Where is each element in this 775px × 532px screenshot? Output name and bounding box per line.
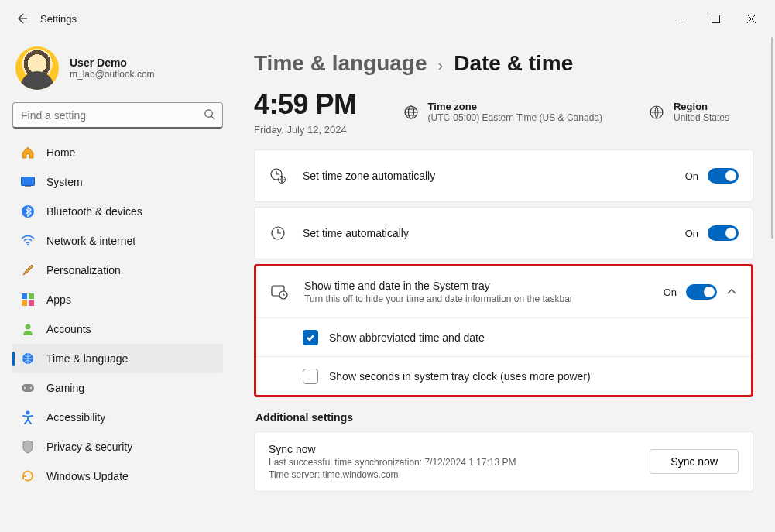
timezone-value: (UTC-05:00) Eastern Time (US & Canada): [428, 112, 602, 123]
close-button[interactable]: [733, 6, 769, 31]
sidebar-item-update[interactable]: Windows Update: [12, 462, 223, 491]
search-icon: [204, 108, 215, 122]
sidebar-item-accessibility[interactable]: Accessibility: [12, 403, 223, 432]
sidebar-item-bluetooth[interactable]: Bluetooth & devices: [12, 197, 223, 226]
user-email: m_lab@outlook.com: [70, 69, 155, 80]
maximize-icon: [712, 15, 720, 23]
sidebar-item-label: Accounts: [46, 323, 91, 335]
chevron-right-icon: ›: [438, 57, 444, 74]
user-profile[interactable]: User Demo m_lab@outlook.com: [12, 43, 223, 102]
check-icon: [306, 333, 315, 342]
gamepad-icon: [20, 380, 36, 396]
sidebar-item-label: Gaming: [46, 382, 84, 394]
minimize-icon: [676, 15, 684, 23]
avatar: [15, 46, 59, 90]
sidebar-item-home[interactable]: Home: [12, 138, 223, 167]
svg-point-14: [24, 387, 26, 389]
sidebar-item-personalization[interactable]: Personalization: [12, 256, 223, 285]
chevron-up-icon[interactable]: [726, 287, 737, 297]
sidebar-item-label: Accessibility: [46, 411, 105, 424]
option-label: Show abbreviated time and date: [329, 331, 485, 344]
sync-server: Time server: time.windows.com: [269, 469, 516, 480]
taskbar-clock-icon: [270, 284, 289, 300]
highlighted-section: Show time and date in the System tray Tu…: [254, 264, 753, 397]
sidebar-item-gaming[interactable]: Gaming: [12, 373, 223, 403]
sidebar-item-network[interactable]: Network & internet: [12, 226, 223, 256]
option-label: Show seconds in system tray clock (uses …: [329, 370, 591, 383]
sidebar-item-time[interactable]: Time & language: [12, 344, 223, 373]
toggle-state: On: [664, 287, 677, 298]
minimize-button[interactable]: [662, 6, 698, 31]
breadcrumb: Time & language › Date & time: [254, 51, 753, 76]
timezone-label: Time zone: [428, 101, 602, 112]
setting-row-sync: Sync now Last successful time synchroniz…: [255, 432, 753, 491]
globe-icon: [403, 105, 419, 120]
sidebar-item-label: Bluetooth & devices: [46, 205, 142, 218]
sidebar-item-label: Personalization: [46, 264, 121, 276]
arrow-left-icon: [15, 12, 28, 25]
maximize-button[interactable]: [698, 6, 733, 31]
setting-row-auto-time[interactable]: Set time automatically On: [255, 208, 753, 259]
section-heading: Additional settings: [255, 411, 753, 424]
sync-last: Last successful time synchronization: 7/…: [269, 457, 516, 468]
setting-label: Set time automatically: [303, 227, 409, 239]
svg-point-15: [30, 387, 32, 389]
checkbox-abbreviated[interactable]: [303, 330, 318, 345]
system-icon: [20, 174, 36, 190]
toggle-state: On: [685, 228, 698, 239]
option-seconds[interactable]: Show seconds in system tray clock (uses …: [256, 356, 751, 395]
breadcrumb-parent[interactable]: Time & language: [254, 51, 427, 76]
window-title: Settings: [40, 13, 77, 25]
sidebar-item-label: Time & language: [46, 352, 128, 365]
bluetooth-icon: [20, 204, 36, 219]
page-title: Date & time: [454, 51, 573, 76]
search-input[interactable]: [12, 102, 223, 129]
toggle-state: On: [685, 170, 698, 182]
toggle-auto-timezone[interactable]: [708, 168, 739, 184]
sync-now-button[interactable]: Sync now: [650, 449, 739, 474]
sidebar-item-label: Privacy & security: [46, 441, 132, 453]
back-button[interactable]: [6, 3, 37, 34]
setting-row-auto-timezone[interactable]: Set time zone automatically On: [255, 150, 753, 201]
user-name: User Demo: [70, 57, 155, 69]
sidebar-item-privacy[interactable]: Privacy & security: [12, 432, 223, 462]
close-icon: [747, 15, 756, 23]
person-icon: [20, 321, 36, 337]
clock-icon: [269, 225, 287, 241]
option-abbreviated[interactable]: Show abbreviated time and date: [256, 317, 751, 356]
svg-rect-3: [25, 186, 31, 187]
svg-rect-9: [29, 300, 34, 306]
setting-label: Set time zone automatically: [303, 170, 435, 182]
clock-globe-icon: [269, 167, 287, 184]
sidebar-item-label: Apps: [46, 293, 71, 306]
svg-rect-0: [712, 15, 719, 22]
globe-clock-icon: [20, 351, 36, 366]
wifi-icon: [20, 233, 36, 249]
svg-point-1: [205, 110, 212, 117]
toggle-auto-time[interactable]: [708, 225, 739, 241]
sidebar-item-apps[interactable]: Apps: [12, 285, 223, 314]
svg-rect-6: [22, 293, 27, 299]
home-icon: [20, 145, 36, 160]
checkbox-seconds[interactable]: [303, 369, 318, 384]
svg-rect-7: [29, 293, 34, 299]
region-label: Region: [674, 101, 729, 112]
setting-row-systray[interactable]: Show time and date in the System tray Tu…: [256, 266, 751, 317]
accessibility-icon: [20, 410, 36, 425]
sidebar-item-system[interactable]: System: [12, 167, 223, 197]
shield-icon: [20, 439, 36, 455]
svg-rect-8: [22, 300, 27, 306]
update-icon: [20, 469, 36, 484]
region-value: United States: [674, 112, 729, 123]
svg-rect-2: [22, 177, 35, 186]
sidebar-item-accounts[interactable]: Accounts: [12, 314, 223, 344]
sidebar-item-label: Network & internet: [46, 235, 135, 247]
svg-rect-13: [22, 384, 34, 392]
toggle-systray[interactable]: [686, 284, 717, 300]
region-icon: [649, 105, 664, 120]
paintbrush-icon: [20, 263, 36, 278]
apps-icon: [20, 292, 36, 307]
setting-sublabel: Turn this off to hide your time and date…: [304, 293, 573, 304]
setting-label: Show time and date in the System tray: [304, 280, 573, 292]
svg-point-10: [26, 324, 31, 330]
